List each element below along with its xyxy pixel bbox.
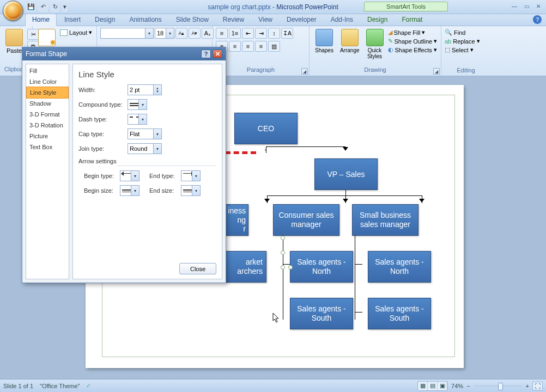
dialog-help-button[interactable]: ? [201, 50, 211, 58]
begin-type-combo[interactable]: ▾ [120, 170, 139, 181]
line-spacing-icon[interactable]: ↕ [268, 28, 280, 39]
normal-view-icon[interactable]: ▦ [418, 382, 428, 390]
decrease-indent-icon[interactable]: ⇤ [242, 28, 254, 39]
begin-size-combo[interactable]: ▾ [120, 185, 139, 196]
shape-outline-button[interactable]: ✎Shape Outline ▾ [388, 38, 438, 45]
quick-styles-button[interactable]: Quick Styles [364, 28, 386, 60]
group-label-paragraph: Paragraph [216, 66, 306, 75]
increase-indent-icon[interactable]: ⇥ [255, 28, 267, 39]
shape-fill-button[interactable]: ◢Shape Fill ▾ [388, 29, 438, 36]
tab-smartart-format[interactable]: Format [395, 14, 429, 26]
find-button[interactable]: 🔍Find [445, 29, 465, 36]
tab-slideshow[interactable]: Slide Show [169, 14, 215, 26]
columns-icon[interactable]: ▥ [268, 41, 280, 52]
shapes-button[interactable]: Shapes [313, 28, 336, 54]
org-node-market-researchers[interactable]: arketarchers [225, 251, 266, 283]
maximize-button[interactable]: ▭ [522, 2, 531, 10]
nav-3d-format[interactable]: 3-D Format [26, 109, 69, 120]
arrange-button[interactable]: Arrange [338, 28, 362, 54]
dialog-close-button[interactable]: Close [179, 263, 216, 274]
nav-picture[interactable]: Picture [26, 131, 69, 142]
redo-icon[interactable]: ↻ [50, 2, 60, 12]
end-type-combo[interactable]: ▾ [181, 170, 201, 181]
width-spinner[interactable]: 2 pt ▲▼ [128, 84, 162, 95]
spellcheck-icon[interactable]: ✓ [86, 382, 91, 389]
tab-developer[interactable]: Developer [280, 14, 323, 26]
tab-smartart-design[interactable]: Design [361, 14, 394, 26]
ribbon-tabs: Home Insert Design Animations Slide Show… [0, 14, 546, 26]
font-family-combo[interactable]: ▾ [100, 28, 154, 39]
selection-handle[interactable] [288, 265, 293, 270]
drawing-launcher[interactable]: ◢ [433, 68, 440, 75]
font-size-combo[interactable]: 18▾ [155, 28, 174, 39]
org-node-vp-sales[interactable]: VP – Sales [314, 158, 378, 190]
nav-line-style[interactable]: Line Style [26, 87, 69, 99]
tab-home[interactable]: Home [25, 14, 57, 26]
tab-insert[interactable]: Insert [58, 14, 87, 26]
qat-dropdown-icon[interactable]: ▾ [62, 2, 68, 12]
dash-combo[interactable]: ▾ [128, 114, 147, 125]
org-node-business-mgr[interactable]: inessngr [225, 204, 248, 236]
select-button[interactable]: ⬚Select ▾ [445, 46, 474, 53]
dialog-close-x-button[interactable]: ✕ [213, 50, 222, 58]
nav-3d-rotation[interactable]: 3-D Rotation [26, 120, 69, 131]
end-size-combo[interactable]: ▾ [181, 185, 201, 196]
numbering-icon[interactable]: 1≡ [229, 28, 241, 39]
align-right-icon[interactable]: ≡ [242, 41, 254, 52]
dialog-titlebar[interactable]: Format Shape ? ✕ [22, 47, 226, 60]
org-node-agents-north-2[interactable]: Sales agents - North [368, 251, 431, 283]
slideshow-view-icon[interactable]: ▣ [438, 382, 447, 390]
zoom-in-icon[interactable]: + [526, 383, 529, 389]
fit-window-icon[interactable]: ⛶ [532, 382, 543, 390]
nav-line-color[interactable]: Line Color [26, 76, 69, 87]
window-title: sample org chart.pptx - Microsoft PowerP… [0, 3, 546, 11]
shape-effects-button[interactable]: ◐Shape Effects ▾ [388, 46, 438, 53]
bullets-icon[interactable]: ≡ [216, 28, 228, 39]
selection-handle[interactable] [281, 265, 285, 270]
selection-handle[interactable] [281, 236, 285, 240]
org-node-ceo[interactable]: CEO [234, 113, 298, 144]
layout-button[interactable]: Layout ▾ [60, 29, 92, 36]
tab-view[interactable]: View [252, 14, 279, 26]
zoom-slider[interactable] [474, 385, 523, 387]
tab-animations[interactable]: Animations [123, 14, 168, 26]
align-center-icon[interactable]: ≡ [229, 41, 241, 52]
tab-addins[interactable]: Add-Ins [324, 14, 360, 26]
help-icon[interactable]: ? [533, 15, 542, 24]
nav-fill[interactable]: Fill [26, 65, 69, 76]
tab-review[interactable]: Review [216, 14, 251, 26]
save-icon[interactable]: 💾 [26, 2, 36, 12]
nav-text-box[interactable]: Text Box [26, 142, 69, 152]
paragraph-launcher[interactable]: ◢ [301, 68, 308, 75]
grow-font-icon[interactable]: A▴ [175, 28, 187, 39]
undo-icon[interactable]: ↶ [38, 2, 48, 12]
join-combo[interactable]: Round▾ [128, 143, 162, 154]
zoom-out-icon[interactable]: − [466, 383, 470, 389]
tab-design[interactable]: Design [88, 14, 122, 26]
replace-icon: ab [445, 38, 451, 45]
org-node-agents-south-1[interactable]: Sales agents - South [290, 298, 353, 329]
shrink-font-icon[interactable]: A▾ [189, 28, 201, 39]
selection-handle[interactable] [281, 250, 285, 255]
cap-combo[interactable]: Flat▾ [128, 128, 162, 139]
org-node-agents-south-2[interactable]: Sales agents - South [368, 298, 431, 329]
justify-icon[interactable]: ≡ [255, 41, 267, 52]
compound-combo[interactable]: ▾ [128, 99, 147, 110]
text-direction-icon[interactable]: ↧A [281, 28, 293, 39]
org-node-consumer-mgr[interactable]: Consumer sales manager [273, 204, 339, 236]
office-button[interactable] [3, 1, 23, 21]
new-slide-button[interactable]: ✸ [36, 28, 58, 47]
org-node-agents-north-1[interactable]: Sales agents - North [290, 251, 353, 283]
connector [266, 146, 266, 153]
sorter-view-icon[interactable]: ▤ [428, 382, 438, 390]
effects-icon: ◐ [388, 46, 393, 53]
connector-dashed-red [225, 151, 256, 154]
minimize-button[interactable]: — [510, 2, 519, 10]
org-node-smallbiz-mgr[interactable]: Small business sales manager [352, 204, 418, 236]
replace-button[interactable]: abReplace ▾ [445, 38, 480, 45]
arrowhead-icon [343, 147, 348, 151]
contextual-tab-label: SmartArt Tools [364, 2, 448, 11]
nav-shadow[interactable]: Shadow [26, 98, 69, 109]
clear-format-icon[interactable]: Aₓ [202, 28, 214, 39]
close-window-button[interactable]: ✕ [534, 2, 543, 10]
